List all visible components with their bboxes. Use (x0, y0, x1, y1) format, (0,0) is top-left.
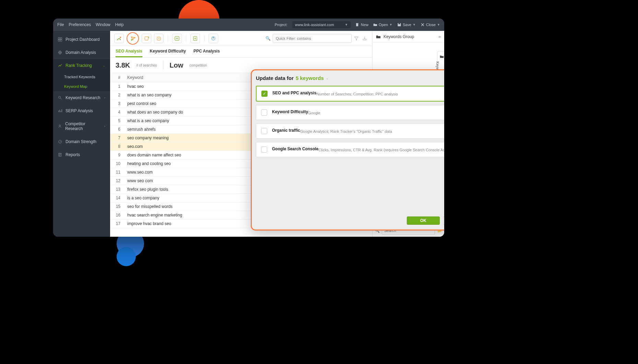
menu-window[interactable]: Window (96, 22, 110, 27)
checkbox[interactable] (261, 146, 267, 153)
svg-point-13 (120, 37, 121, 38)
new-button-label: New (361, 23, 368, 27)
save-button-label: Save (403, 23, 411, 27)
cell-keyword: www.seo.com (124, 168, 269, 177)
close-button-label: Close (426, 23, 436, 27)
modal-card[interactable]: Keyword DifficultyGoogle (256, 105, 444, 120)
sidebar: Project Dashboard Domain Analysis Rank T… (53, 31, 110, 237)
searches-label: # of searches (136, 63, 157, 67)
toolbar-btn-1[interactable] (114, 34, 124, 43)
checkbox[interactable] (261, 128, 267, 134)
tab-keyword-difficulty[interactable]: Keyword Difficulty (150, 49, 186, 57)
sidebar-item-serp-analysis[interactable]: SERP Analysis (53, 104, 110, 117)
chevron-down-icon: ▼ (413, 23, 416, 26)
sidebar-item-reports[interactable]: Reports (53, 148, 110, 161)
cell-number: 15 (110, 202, 124, 211)
col-number[interactable]: # (110, 73, 124, 82)
sidebar-item-label: SERP Analysis (66, 108, 93, 113)
tabs: SEO Analysis Keyword Difficulty PPC Anal… (110, 46, 372, 58)
modal-cancel-button[interactable]: Cancel (443, 216, 444, 225)
cell-keyword: hvac search engine marketing (124, 211, 269, 220)
competition-label: competition (189, 63, 207, 67)
checkbox[interactable] (261, 109, 267, 116)
menu-file[interactable]: File (57, 22, 64, 27)
cell-number: 4 (110, 108, 124, 117)
sidebar-item-keyword-research[interactable]: Keyword Research › (53, 91, 110, 104)
project-dropdown[interactable]: www.link-assistant.com ▼ (292, 21, 351, 28)
cell-keyword: what does an seo company do (124, 108, 269, 117)
filter-icon[interactable] (353, 35, 360, 42)
sidebar-item-domain-analysis[interactable]: Domain Analysis (53, 46, 110, 59)
app-window: File Preferences Window Help Project: ww… (53, 19, 444, 237)
update-data-modal: Update data for 5 keywords ⌄ ✓SEO and PP… (251, 69, 444, 231)
save-button[interactable]: Save ▼ (397, 23, 416, 27)
menu-help[interactable]: Help (115, 22, 124, 27)
competition-value: Low (169, 61, 183, 69)
modal-card[interactable]: ✓SEO and PPC analysisNumber of Searches;… (256, 86, 444, 102)
svg-rect-3 (399, 23, 400, 24)
sidebar-item-label: Tracked Keywords (64, 75, 95, 79)
toolbar-btn-import[interactable] (190, 34, 200, 43)
project-dropdown-value: www.link-assistant.com (295, 23, 334, 27)
cell-keyword: improve hvac brand seo (124, 220, 269, 228)
sidebar-item-label: Domain Analysis (66, 50, 96, 55)
close-button[interactable]: Close ▼ (421, 23, 440, 27)
cell-keyword: is a seo company (124, 194, 269, 202)
cell-keyword: hvac seo (124, 82, 269, 91)
toolbar-btn-3[interactable] (142, 34, 151, 43)
toolbar-btn-link[interactable] (209, 34, 218, 43)
cell-keyword: firefox seo plugin tools (124, 185, 269, 194)
export-icon[interactable] (361, 35, 368, 42)
card-desc: Google (308, 111, 320, 115)
modal-card[interactable]: Google Search ConsoleClicks, Impressions… (256, 142, 444, 157)
tab-seo-analysis[interactable]: SEO Analysis (116, 49, 142, 57)
sidebar-item-rank-tracking[interactable]: Rank Tracking ⌄ (53, 59, 110, 72)
cell-keyword: seo.com (124, 142, 269, 151)
modal-title: Update data for 5 keywords ⌄ (256, 75, 444, 81)
checkbox[interactable]: ✓ (261, 91, 268, 97)
svg-point-14 (131, 39, 132, 40)
modal-title-count: 5 keywords (296, 75, 324, 81)
sidebar-item-keyword-map[interactable]: Keyword Map (53, 82, 110, 91)
sidebar-item-label: Rank Tracking (66, 63, 92, 68)
cell-number: 16 (110, 211, 124, 220)
open-button[interactable]: Open ▼ (373, 23, 392, 27)
sidebar-item-tracked-keywords[interactable]: Tracked Keywords (53, 72, 110, 82)
cell-keyword: www seo com (124, 177, 269, 185)
project-label: Project: (275, 23, 287, 27)
cell-number: 1 (110, 82, 124, 91)
cell-number: 10 (110, 160, 124, 168)
chevron-down-icon: ▼ (437, 23, 440, 26)
modal-ok-button[interactable]: OK (407, 216, 440, 225)
tab-ppc-analysis[interactable]: PPC Analysis (193, 49, 220, 57)
sidebar-item-domain-strength[interactable]: Domain Strength (53, 135, 110, 148)
chevron-right-icon: › (104, 96, 105, 99)
toolbar-btn-4[interactable] (154, 34, 164, 43)
chevron-down-icon: ⌄ (103, 64, 105, 67)
sidebar-item-project-dashboard[interactable]: Project Dashboard (53, 33, 110, 46)
svg-rect-7 (60, 40, 62, 42)
sidebar-item-competitor-research[interactable]: Competitor Research › (53, 117, 110, 135)
new-button[interactable]: New (355, 23, 368, 27)
chevron-down-icon: ▼ (389, 23, 392, 26)
cell-keyword: seo for misspelled words (124, 202, 269, 211)
sidebar-item-label: Domain Strength (66, 139, 96, 144)
right-panel-title: Keywords Group (383, 34, 414, 39)
svg-point-19 (212, 37, 215, 40)
toolbar-btn-add[interactable] (172, 34, 182, 43)
cell-number: 13 (110, 185, 124, 194)
col-keyword[interactable]: Keyword (124, 73, 269, 82)
modal-title-prefix: Update data for (256, 75, 294, 81)
toolbar-btn-update-highlighted[interactable] (127, 32, 139, 45)
menu-preferences[interactable]: Preferences (69, 22, 91, 27)
cell-number: 3 (110, 99, 124, 108)
quick-filter-input[interactable] (273, 34, 352, 43)
toolbar: 🔍 (110, 31, 372, 46)
cell-number: 9 (110, 151, 124, 160)
chevron-down-icon[interactable]: ⌄ (326, 77, 329, 80)
collapse-icon[interactable]: » (438, 34, 441, 39)
cell-number: 17 (110, 220, 124, 228)
modal-card[interactable]: Organic trafficGoogle Analytics; Rank Tr… (256, 124, 444, 139)
folder-icon (376, 34, 381, 39)
cell-keyword: pest control seo (124, 99, 269, 108)
